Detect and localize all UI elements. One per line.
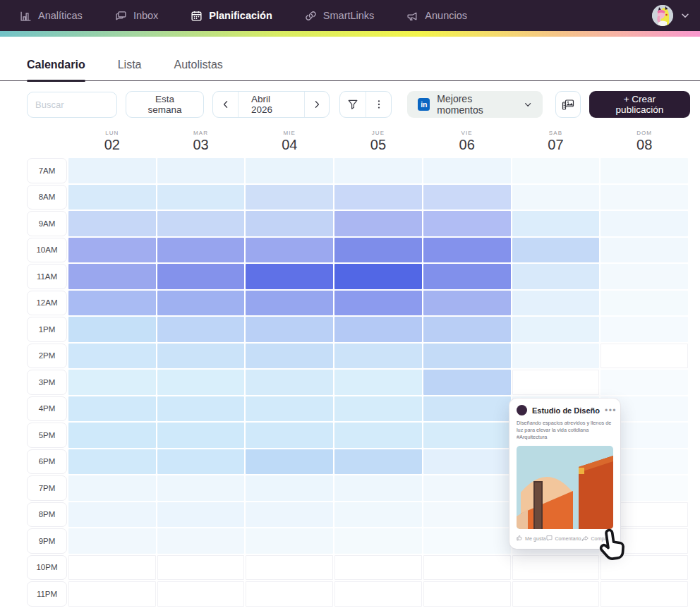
heatmap-cell-jue-4pm[interactable] <box>334 396 422 422</box>
heatmap-cell-mie-4pm[interactable] <box>246 396 333 422</box>
heatmap-cell-mar-2pm[interactable] <box>157 344 245 369</box>
month-label[interactable]: Abril 2026 <box>238 92 304 117</box>
heatmap-cell-vie-2pm[interactable] <box>423 344 511 369</box>
heatmap-cell-dom-11am[interactable] <box>601 264 688 289</box>
heatmap-cell-sab-12am[interactable] <box>512 291 600 316</box>
next-week-button[interactable] <box>304 92 329 117</box>
heatmap-cell-vie-11pm[interactable] <box>423 581 511 607</box>
heatmap-cell-mar-11pm[interactable] <box>157 581 245 607</box>
heatmap-cell-mar-1pm[interactable] <box>157 317 245 342</box>
heatmap-cell-mie-5pm[interactable] <box>246 423 333 448</box>
heatmap-cell-sab-2pm[interactable] <box>512 344 600 369</box>
heatmap-cell-dom-3pm[interactable] <box>601 370 688 395</box>
heatmap-cell-lun-8am[interactable] <box>68 185 156 210</box>
heatmap-cell-jue-7pm[interactable] <box>334 475 422 501</box>
heatmap-cell-sab-11pm[interactable] <box>512 581 600 607</box>
heatmap-cell-sab-10pm[interactable] <box>512 555 600 581</box>
heatmap-cell-sab-11am[interactable] <box>512 264 600 289</box>
heatmap-cell-jue-8pm[interactable] <box>334 502 422 528</box>
heatmap-cell-vie-9am[interactable] <box>423 211 511 236</box>
heatmap-cell-mie-9am[interactable] <box>246 211 333 236</box>
heatmap-cell-jue-11am[interactable] <box>334 264 422 289</box>
post-more-options-icon[interactable]: ••• <box>605 408 617 413</box>
tab-autolistas[interactable]: Autolistas <box>174 59 222 80</box>
heatmap-cell-vie-7pm[interactable] <box>423 475 511 501</box>
heatmap-cell-lun-2pm[interactable] <box>68 344 156 369</box>
heatmap-cell-mie-12am[interactable] <box>246 291 333 316</box>
heatmap-cell-mar-10am[interactable] <box>157 238 245 263</box>
heatmap-cell-lun-6pm[interactable] <box>68 449 156 475</box>
heatmap-cell-lun-8pm[interactable] <box>68 502 156 528</box>
avatar[interactable] <box>652 5 673 26</box>
heatmap-cell-lun-12am[interactable] <box>68 291 156 316</box>
heatmap-cell-dom-7am[interactable] <box>601 158 688 183</box>
heatmap-cell-mar-8am[interactable] <box>157 185 245 210</box>
nav-item-planificación[interactable]: Planificación <box>191 10 272 22</box>
heatmap-cell-vie-8am[interactable] <box>423 185 511 210</box>
heatmap-cell-mar-7am[interactable] <box>157 158 245 183</box>
nav-item-smartlinks[interactable]: SmartLinks <box>305 10 375 22</box>
nav-item-analíticas[interactable]: Analíticas <box>20 10 83 22</box>
heatmap-cell-sab-9am[interactable] <box>512 211 600 236</box>
heatmap-cell-mie-11am[interactable] <box>246 264 333 289</box>
chevron-down-icon[interactable] <box>680 11 690 20</box>
heatmap-cell-lun-10am[interactable] <box>68 238 156 263</box>
heatmap-cell-mar-7pm[interactable] <box>157 475 245 501</box>
best-times-dropdown[interactable]: in Mejores momentos <box>407 91 543 118</box>
heatmap-cell-mar-12am[interactable] <box>157 291 245 316</box>
heatmap-cell-vie-6pm[interactable] <box>423 449 511 475</box>
heatmap-cell-sab-1pm[interactable] <box>512 317 600 342</box>
heatmap-cell-jue-10pm[interactable] <box>334 555 422 581</box>
heatmap-cell-mar-10pm[interactable] <box>157 555 245 581</box>
heatmap-cell-vie-11am[interactable] <box>423 264 511 289</box>
heatmap-cell-sab-8am[interactable] <box>512 185 600 210</box>
heatmap-cell-sab-10am[interactable] <box>512 238 600 263</box>
prev-week-button[interactable] <box>213 92 238 117</box>
heatmap-cell-lun-7pm[interactable] <box>68 475 156 501</box>
heatmap-cell-mie-10pm[interactable] <box>246 555 333 581</box>
nav-item-anuncios[interactable]: Anuncios <box>406 10 467 22</box>
heatmap-cell-lun-4pm[interactable] <box>68 396 156 422</box>
heatmap-cell-jue-10am[interactable] <box>334 238 422 263</box>
heatmap-cell-jue-9pm[interactable] <box>334 528 422 554</box>
heatmap-cell-jue-9am[interactable] <box>334 211 422 236</box>
heatmap-cell-dom-1pm[interactable] <box>601 317 688 342</box>
heatmap-cell-mie-1pm[interactable] <box>246 317 333 342</box>
heatmap-cell-jue-1pm[interactable] <box>334 317 422 342</box>
heatmap-cell-mie-3pm[interactable] <box>246 370 333 395</box>
heatmap-cell-jue-8am[interactable] <box>334 185 422 210</box>
heatmap-cell-jue-2pm[interactable] <box>334 344 422 369</box>
post-action-me-gusta[interactable]: Me gusta <box>517 535 546 542</box>
heatmap-cell-jue-3pm[interactable] <box>334 370 422 395</box>
heatmap-cell-jue-6pm[interactable] <box>334 449 422 475</box>
heatmap-cell-mie-11pm[interactable] <box>246 581 333 607</box>
heatmap-cell-mie-8pm[interactable] <box>246 502 333 528</box>
heatmap-cell-mar-8pm[interactable] <box>157 502 245 528</box>
heatmap-cell-vie-9pm[interactable] <box>423 528 511 554</box>
heatmap-cell-lun-11pm[interactable] <box>68 581 156 607</box>
nav-item-inbox[interactable]: Inbox <box>115 10 158 22</box>
post-preview-card[interactable]: Estudio de Diseño ••• Diseñando espacios… <box>509 399 620 549</box>
heatmap-cell-jue-5pm[interactable] <box>334 423 422 448</box>
heatmap-cell-lun-7am[interactable] <box>68 158 156 183</box>
heatmap-cell-mar-3pm[interactable] <box>157 370 245 395</box>
create-post-button[interactable]: + Crear publicación <box>589 91 690 118</box>
heatmap-cell-dom-2pm[interactable] <box>601 344 688 369</box>
heatmap-cell-mie-7am[interactable] <box>246 158 333 183</box>
heatmap-cell-vie-12am[interactable] <box>423 291 511 316</box>
heatmap-cell-lun-5pm[interactable] <box>68 423 156 448</box>
heatmap-cell-vie-3pm[interactable] <box>423 370 511 395</box>
heatmap-cell-lun-11am[interactable] <box>68 264 156 289</box>
heatmap-cell-dom-11pm[interactable] <box>601 581 688 607</box>
search-input[interactable] <box>27 92 117 118</box>
tab-lista[interactable]: Lista <box>118 59 142 80</box>
heatmap-cell-mar-9pm[interactable] <box>157 528 245 554</box>
heatmap-cell-vie-5pm[interactable] <box>423 423 511 448</box>
heatmap-cell-vie-8pm[interactable] <box>423 502 511 528</box>
media-library-button[interactable] <box>555 91 580 118</box>
heatmap-cell-mie-6pm[interactable] <box>246 449 333 475</box>
heatmap-cell-vie-10am[interactable] <box>423 238 511 263</box>
heatmap-cell-mie-7pm[interactable] <box>246 475 333 501</box>
this-week-button[interactable]: Esta semana <box>126 91 204 118</box>
heatmap-cell-jue-12am[interactable] <box>334 291 422 316</box>
